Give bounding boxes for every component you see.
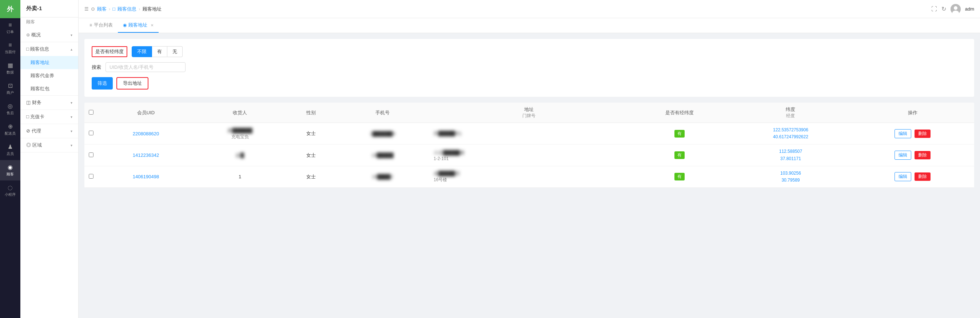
lat-2: 112.588507 (735, 148, 846, 155)
breadcrumb-item-3: 顾客地址 (143, 6, 162, 13)
breadcrumb-home-icon: ⊙ (91, 6, 95, 12)
data-icon: ▦ (8, 62, 13, 69)
delivery-icon: ⊕ (8, 123, 13, 130)
sidebar-item-customer[interactable]: ◉ 顾客 (0, 160, 21, 180)
svg-point-1 (954, 6, 958, 10)
has-coords-badge-2: 有 (675, 151, 685, 159)
topbar-right: ⛶ ↻ adm (931, 4, 974, 14)
phone-1: 1██████9 (336, 123, 429, 145)
address-2: 小店█████楼 (434, 149, 624, 156)
filter-card: 是否有经纬度 不限 有 无 搜索 筛选 导出地址 (84, 39, 974, 97)
filter-btn-no[interactable]: 无 (167, 46, 183, 57)
door-3: 16号楼 (434, 177, 624, 183)
nav-section-region-title[interactable]: ◎ 区域 ▾ (21, 138, 78, 152)
customer-icon: ◉ (8, 164, 13, 171)
cashier-icon: ≡ (8, 42, 12, 48)
filter-btn-unlimited[interactable]: 不限 (132, 46, 152, 57)
chevron-down-icon-region: ▾ (71, 143, 72, 147)
refresh-icon[interactable]: ↻ (942, 5, 946, 13)
delete-button-3[interactable]: 删除 (915, 172, 931, 181)
row-checkbox-2[interactable] (89, 153, 94, 157)
tab-customer-address-icon: ◉ (123, 22, 127, 28)
recipient-name-3: 1 (198, 174, 282, 180)
filter-btn-yes[interactable]: 有 (152, 46, 167, 57)
tab-platform-list-icon: ≡ (89, 22, 92, 28)
nav-section-recharge: □ 充值卡 ▾ (21, 110, 78, 124)
edit-button-3[interactable]: 编辑 (894, 172, 911, 181)
tab-customer-address[interactable]: ◉ 顾客地址 ✕ (118, 18, 159, 33)
address-3: 成█████宿 (434, 170, 624, 177)
sidebar-item-store[interactable]: ♟ 店员 (0, 140, 21, 160)
merchant-icon: ⊡ (8, 82, 13, 89)
th-uid: 会员UID (98, 103, 194, 123)
th-coords: 纬度 经度 (730, 103, 851, 123)
has-coords-label: 是否有经纬度 (92, 46, 127, 57)
sidebar-item-cashier[interactable]: ≡ 当面付 (0, 38, 21, 58)
th-gender: 性别 (286, 103, 336, 123)
breadcrumb-toggle-icon[interactable]: ☰ (84, 6, 89, 12)
delete-button-2[interactable]: 删除 (915, 151, 931, 159)
search-label: 搜索 (92, 64, 101, 71)
recipient-name-1: 麦██████ (198, 127, 282, 134)
lat-3: 103.90256 (735, 170, 846, 177)
breadcrumb-item-2-text[interactable]: 顾客信息 (118, 6, 137, 13)
nav-section-customer-info: □ 顾客信息 ▴ 顾客地址 顾客代金券 顾客红包 (21, 42, 78, 96)
sidebar-item-aftersale[interactable]: ◎ 售后 (0, 99, 21, 119)
aftersale-icon: ◎ (8, 103, 13, 110)
app-logo: 外 (0, 0, 21, 18)
nav-section-finance-title[interactable]: ◫ 财务 ▾ (21, 96, 78, 110)
edit-button-2[interactable]: 编辑 (894, 151, 911, 160)
delete-button-1[interactable]: 删除 (915, 130, 931, 138)
sidebar-item-orders[interactable]: ≡ 订单 (0, 18, 21, 38)
lng-2: 37.801171 (735, 155, 846, 162)
table-row: 1406190498 1 女士 18████2 成█████宿 16号楼 有 1… (84, 166, 974, 188)
tab-close-button[interactable]: ✕ (151, 23, 154, 27)
nav-section-region: ◎ 区域 ▾ (21, 138, 78, 153)
sidebar-item-delivery[interactable]: ⊕ 配送员 (0, 119, 21, 140)
filter-button[interactable]: 筛选 (92, 77, 113, 89)
nav-item-customer-voucher[interactable]: 顾客代金券 (21, 69, 78, 82)
nav-item-customer-address[interactable]: 顾客地址 (21, 56, 78, 69)
has-coords-badge-1: 有 (675, 130, 685, 138)
main-area: ☰ ⊙ 顾客 › □ 顾客信息 › 顾客地址 ⛶ ↻ adm ≡ 平台列表 ◉ … (79, 0, 980, 318)
chevron-up-icon: ▴ (71, 47, 72, 51)
lng-1: 40.617247992622 (735, 134, 846, 140)
avatar[interactable] (951, 4, 961, 14)
orders-icon: ≡ (8, 22, 12, 29)
th-recipient: 收货人 (194, 103, 286, 123)
row-checkbox-1[interactable] (89, 130, 94, 135)
row-checkbox-3[interactable] (89, 174, 94, 179)
fullscreen-icon[interactable]: ⛶ (931, 6, 937, 13)
sidebar-item-merchant[interactable]: ⊡ 商户 (0, 79, 21, 99)
lat-1: 122.53572753906 (735, 127, 846, 134)
search-input[interactable] (105, 62, 186, 72)
nav-section-agent: ⊘ 代理 ▾ (21, 124, 78, 138)
sidebar-item-data[interactable]: ▦ 数据 (0, 58, 21, 79)
topbar: ☰ ⊙ 顾客 › □ 顾客信息 › 顾客地址 ⛶ ↻ adm (79, 0, 980, 18)
th-phone: 手机号 (336, 103, 429, 123)
uid-link-1[interactable]: 2208088620 (133, 131, 159, 137)
uid-link-3[interactable]: 1406190498 (133, 174, 159, 180)
nav-section-overview-title[interactable]: ⊙ 概况 ▾ (21, 28, 78, 42)
export-button[interactable]: 导出地址 (116, 77, 148, 89)
select-all-checkbox[interactable] (89, 110, 94, 114)
nav-section-customer-info-title[interactable]: □ 顾客信息 ▴ (21, 42, 78, 56)
uid-link-2[interactable]: 1412236342 (133, 153, 159, 158)
sidebar-item-miniapp[interactable]: ◌ 小程序 (0, 180, 21, 201)
th-address: 地址 门牌号 (429, 103, 628, 123)
nav-panel: 外卖-1 顾客 ⊙ 概况 ▾ □ 顾客信息 ▴ 顾客地址 顾客代金券 顾客红包 … (21, 0, 79, 318)
gender-1: 女士 (286, 123, 336, 145)
door-2: 1-2-101 (434, 156, 624, 161)
filter-row-coords: 是否有经纬度 不限 有 无 (92, 46, 967, 57)
sidebar-icons: 外 ≡ 订单 ≡ 当面付 ▦ 数据 ⊡ 商户 ◎ 售后 ⊕ 配送员 ♟ 店员 ◉… (0, 0, 21, 318)
table-row: 1412236342 赵█ 女士 18█████ 小店█████楼 1-2-10… (84, 145, 974, 166)
nav-item-customer-redpacket[interactable]: 顾客红包 (21, 82, 78, 95)
nav-section-recharge-title[interactable]: □ 充值卡 ▾ (21, 110, 78, 124)
tab-platform-list[interactable]: ≡ 平台列表 (84, 18, 118, 33)
nav-section-agent-title[interactable]: ⊘ 代理 ▾ (21, 124, 78, 138)
chevron-down-icon-agent: ▾ (71, 129, 72, 133)
address-1: 四█████街) (434, 130, 624, 137)
has-coords-badge-3: 有 (675, 173, 685, 180)
breadcrumb-item-1[interactable]: 顾客 (97, 6, 107, 13)
edit-button-1[interactable]: 编辑 (894, 129, 911, 138)
